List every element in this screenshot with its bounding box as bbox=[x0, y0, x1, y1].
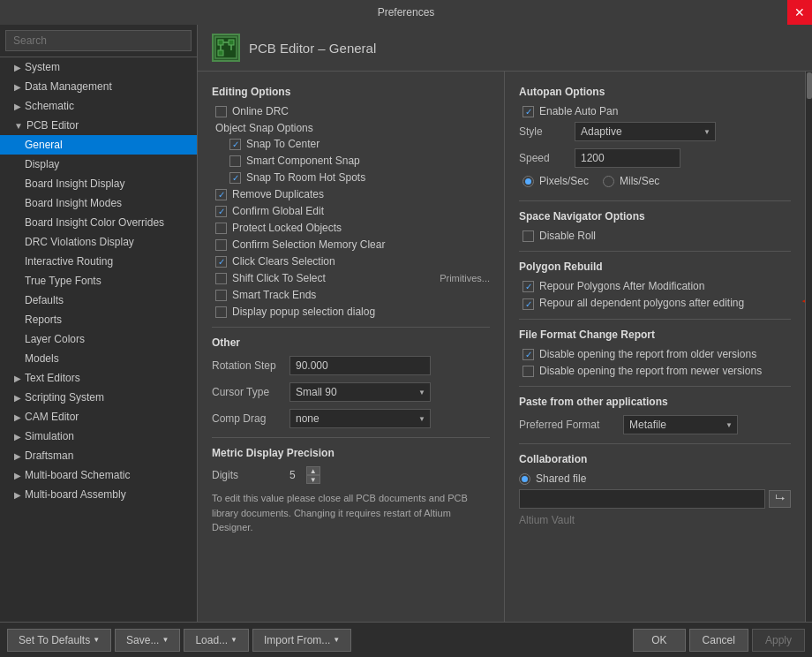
repour-dependent-checkbox[interactable] bbox=[523, 298, 534, 310]
import-from-button[interactable]: Import From... ▼ bbox=[252, 629, 351, 652]
close-button[interactable]: ✕ bbox=[787, 0, 812, 25]
disable-newer-checkbox[interactable] bbox=[523, 366, 534, 377]
rotation-step-input[interactable] bbox=[289, 356, 431, 375]
enable-auto-pan-row[interactable]: Enable Auto Pan bbox=[519, 105, 791, 117]
online-drc-checkbox[interactable] bbox=[215, 106, 227, 117]
sidebar-item-reports[interactable]: Reports bbox=[0, 310, 197, 329]
save-button[interactable]: Save... ▼ bbox=[115, 629, 180, 652]
sidebar-item-board-insight-modes[interactable]: Board Insight Modes bbox=[0, 193, 197, 213]
sidebar-item-simulation[interactable]: ▶ Simulation bbox=[0, 427, 197, 446]
sidebar-item-drc-violations-display[interactable]: DRC Violations Display bbox=[0, 232, 197, 252]
metric-info-text: To edit this value please close all PCB … bbox=[212, 491, 490, 535]
sidebar-item-board-insight-color-overrides[interactable]: Board Insight Color Overrides bbox=[0, 213, 197, 232]
smart-track-ends-label: Smart Track Ends bbox=[232, 289, 316, 301]
online-drc-row[interactable]: Online DRC bbox=[212, 105, 490, 117]
arrow-icon: ▼ bbox=[14, 121, 23, 131]
style-select[interactable]: Adaptive Ballistic Fixed Size Jump Shift… bbox=[575, 122, 716, 141]
disable-roll-checkbox[interactable] bbox=[523, 230, 534, 242]
snap-to-room-checkbox[interactable] bbox=[229, 172, 241, 184]
enable-auto-pan-checkbox[interactable] bbox=[523, 106, 534, 117]
sidebar-item-board-insight-display[interactable]: Board Insight Display bbox=[0, 174, 197, 193]
set-to-defaults-button[interactable]: Set To Defaults ▼ bbox=[7, 629, 111, 652]
preferred-format-select-wrapper: Metafile Bitmap Text bbox=[623, 415, 738, 434]
smart-component-snap-label: Smart Component Snap bbox=[246, 155, 360, 167]
disable-older-row[interactable]: Disable opening the report from older ve… bbox=[519, 348, 791, 360]
collab-path-input[interactable] bbox=[519, 489, 765, 509]
cursor-type-select[interactable]: Small 90 Large 90 Small 45 Large 45 bbox=[289, 382, 431, 402]
display-popup-checkbox[interactable] bbox=[215, 306, 227, 318]
sidebar-item-pcb-editor[interactable]: ▼ PCB Editor bbox=[0, 116, 197, 135]
sidebar-item-text-editors[interactable]: ▶ Text Editors bbox=[0, 368, 197, 388]
collaboration-title: Collaboration bbox=[519, 453, 791, 465]
snap-to-center-checkbox[interactable] bbox=[229, 139, 241, 150]
confirm-selection-memory-checkbox[interactable] bbox=[215, 239, 227, 251]
pixels-sec-row[interactable]: Pixels/Sec bbox=[523, 175, 589, 187]
sidebar-item-multi-board-schematic[interactable]: ▶ Multi-board Schematic bbox=[0, 465, 197, 485]
rotation-step-row: Rotation Step bbox=[212, 356, 490, 375]
shared-file-row[interactable]: Shared file bbox=[519, 472, 791, 485]
protect-locked-row[interactable]: Protect Locked Objects bbox=[212, 222, 490, 234]
protect-locked-checkbox[interactable] bbox=[215, 223, 227, 234]
sidebar-item-data-management[interactable]: ▶ Data Management bbox=[0, 77, 197, 96]
remove-duplicates-checkbox[interactable] bbox=[215, 189, 227, 200]
sidebar-item-interactive-routing[interactable]: Interactive Routing bbox=[0, 252, 197, 271]
speed-input[interactable] bbox=[575, 148, 680, 168]
remove-duplicates-row[interactable]: Remove Duplicates bbox=[212, 188, 490, 200]
load-button[interactable]: Load... ▼ bbox=[184, 629, 249, 652]
sidebar-item-draftsman[interactable]: ▶ Draftsman bbox=[0, 446, 197, 465]
style-label: Style bbox=[519, 125, 568, 138]
click-clears-selection-checkbox[interactable] bbox=[215, 256, 227, 268]
shift-click-checkbox[interactable] bbox=[215, 273, 227, 284]
sidebar-item-models[interactable]: Models bbox=[0, 349, 197, 368]
snap-to-room-row[interactable]: Snap To Room Hot Spots bbox=[212, 171, 490, 184]
sidebar-item-general[interactable]: General bbox=[0, 135, 197, 155]
digits-up-button[interactable]: ▲ bbox=[306, 466, 320, 475]
sidebar-item-system[interactable]: ▶ System bbox=[0, 57, 197, 77]
smart-track-ends-checkbox[interactable] bbox=[215, 290, 227, 301]
repour-after-mod-checkbox[interactable] bbox=[523, 281, 534, 292]
altium-vault-label: Altium Vault bbox=[519, 514, 791, 526]
shared-file-radio[interactable] bbox=[519, 473, 530, 485]
display-popup-row[interactable]: Display popup selection dialog bbox=[212, 306, 490, 318]
confirm-global-edit-row[interactable]: Confirm Global Edit bbox=[212, 205, 490, 217]
cursor-type-row: Cursor Type Small 90 Large 90 Small 45 L… bbox=[212, 382, 490, 402]
cursor-type-select-wrapper: Small 90 Large 90 Small 45 Large 45 bbox=[289, 382, 431, 402]
sidebar-item-defaults[interactable]: Defaults bbox=[0, 291, 197, 310]
sidebar-item-multi-board-assembly[interactable]: ▶ Multi-board Assembly bbox=[0, 485, 197, 504]
cancel-button[interactable]: Cancel bbox=[689, 629, 748, 652]
sidebar-item-cam-editor[interactable]: ▶ CAM Editor bbox=[0, 407, 197, 427]
sidebar-item-layer-colors[interactable]: Layer Colors bbox=[0, 329, 197, 349]
smart-component-snap-checkbox[interactable] bbox=[229, 155, 241, 167]
search-input[interactable] bbox=[5, 30, 192, 51]
smart-track-ends-row[interactable]: Smart Track Ends bbox=[212, 289, 490, 301]
disable-roll-row[interactable]: Disable Roll bbox=[519, 230, 791, 242]
ok-button[interactable]: OK bbox=[633, 629, 685, 652]
disable-newer-row[interactable]: Disable opening the report from newer ve… bbox=[519, 365, 791, 377]
click-clears-selection-row[interactable]: Click Clears Selection bbox=[212, 255, 490, 268]
sidebar-item-schematic[interactable]: ▶ Schematic bbox=[0, 96, 197, 116]
collab-browse-button[interactable]: ⮡ bbox=[769, 490, 791, 508]
sidebar-item-true-type-fonts[interactable]: True Type Fonts bbox=[0, 271, 197, 291]
snap-to-center-row[interactable]: Snap To Center bbox=[212, 138, 490, 150]
pixels-sec-radio[interactable] bbox=[523, 176, 534, 187]
mils-sec-radio[interactable] bbox=[603, 176, 614, 187]
scrollbar[interactable] bbox=[805, 72, 812, 622]
arrow-icon: ▶ bbox=[14, 374, 21, 383]
mils-sec-row[interactable]: Mils/Sec bbox=[603, 175, 659, 187]
speed-row: Speed bbox=[519, 148, 791, 168]
scrollbar-thumb[interactable] bbox=[807, 72, 812, 99]
confirm-selection-memory-row[interactable]: Confirm Selection Memory Clear bbox=[212, 238, 490, 251]
preferred-format-select[interactable]: Metafile Bitmap Text bbox=[623, 415, 738, 434]
repour-after-mod-row[interactable]: Repour Polygons After Modification bbox=[519, 280, 791, 292]
disable-older-checkbox[interactable] bbox=[523, 349, 534, 360]
snap-to-room-label: Snap To Room Hot Spots bbox=[246, 171, 365, 184]
comp-drag-select[interactable]: none Connected Tracks bbox=[289, 409, 431, 428]
shift-click-label: Shift Click To Select bbox=[232, 272, 326, 284]
sidebar-item-display[interactable]: Display bbox=[0, 155, 197, 174]
smart-component-snap-row[interactable]: Smart Component Snap bbox=[212, 155, 490, 167]
sidebar-item-scripting-system[interactable]: ▶ Scripting System bbox=[0, 388, 197, 407]
digits-down-button[interactable]: ▼ bbox=[306, 475, 320, 484]
primitives-link[interactable]: Primitives... bbox=[440, 273, 490, 283]
title-bar: Preferences ✕ bbox=[0, 0, 812, 25]
confirm-global-edit-checkbox[interactable] bbox=[215, 206, 227, 217]
